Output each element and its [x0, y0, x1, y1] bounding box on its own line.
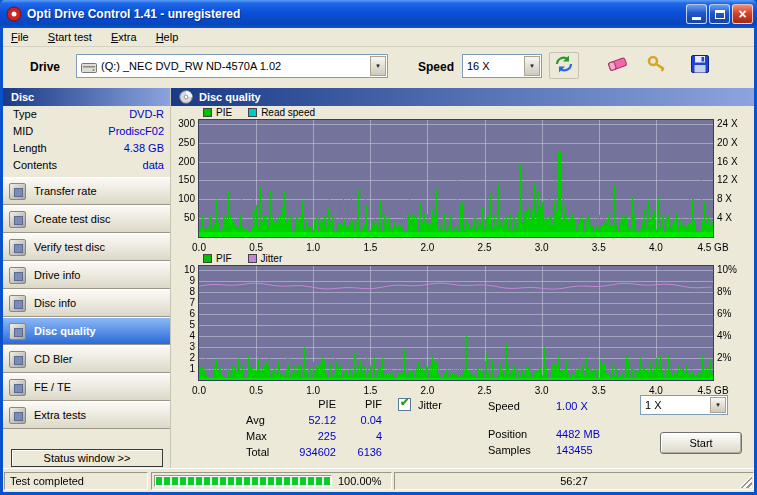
status-text: Test completed [10, 475, 84, 487]
sidebar-item-fe-te[interactable]: FE / TE [3, 373, 171, 401]
pie-legend-swatch [203, 108, 212, 117]
menu-bar: File Start test Extra Help [3, 28, 754, 47]
create-test-disc-icon [9, 211, 26, 228]
extra-tests-icon [9, 407, 26, 424]
jitter-checkbox-label: Jitter [418, 399, 442, 411]
max-pif-value: 4 [334, 430, 382, 442]
sidebar-item-label: Drive info [34, 269, 80, 281]
cd-bler-icon [9, 351, 26, 368]
disc-panel-title: Disc [11, 91, 34, 103]
disc-contents-label: Contents [13, 159, 57, 171]
transfer-rate-icon [9, 183, 26, 200]
menu-extra[interactable]: Extra [103, 28, 145, 45]
read-speed-legend-swatch [248, 108, 257, 117]
avg-label: Avg [246, 414, 265, 426]
max-label: Max [246, 430, 267, 442]
sidebar-item-disc-info[interactable]: Disc info [3, 289, 171, 317]
disc-info-icon [9, 295, 26, 312]
sidebar-item-drive-info[interactable]: Drive info [3, 261, 171, 289]
disc-type-label: Type [13, 108, 37, 120]
eraser-icon [606, 54, 630, 78]
drive-label: Drive [30, 60, 60, 74]
minimize-button[interactable] [686, 4, 707, 24]
close-button[interactable]: × [732, 4, 753, 24]
disc-length-value: 4.38 GB [64, 142, 164, 154]
license-button[interactable] [644, 52, 672, 79]
sidebar-item-cd-bler[interactable]: CD Bler [3, 345, 171, 373]
jitter-legend-label: Jitter [261, 253, 283, 264]
sidebar-item-extra-tests[interactable]: Extra tests [3, 401, 171, 429]
sidebar-item-label: Verify test disc [34, 241, 105, 253]
disc-type-value: DVD-R [64, 108, 164, 120]
menu-start-test[interactable]: Start test [40, 28, 100, 45]
sidebar-item-label: Transfer rate [34, 185, 97, 197]
speed-result-label: Speed [488, 400, 520, 412]
sidebar-divider [170, 88, 171, 470]
pif-column-header: PIF [334, 398, 382, 410]
pif-chart-legend: PIF Jitter [203, 253, 282, 264]
sidebar-item-disc-quality[interactable]: Disc quality [3, 317, 171, 345]
progress-bar-fill [156, 477, 330, 485]
drive-select[interactable]: (Q:) _NEC DVD_RW ND-4570A 1.02 ▼ [76, 54, 388, 78]
fe-te-icon [9, 379, 26, 396]
avg-pie-value: 52.12 [276, 414, 336, 426]
erase-disc-button[interactable] [604, 52, 632, 79]
progress-cell: 100.00% [151, 472, 392, 490]
start-button[interactable]: Start [660, 432, 742, 454]
save-disk-icon [690, 54, 710, 78]
sidebar-item-verify-test-disc[interactable]: Verify test disc [3, 233, 171, 261]
sidebar-item-transfer-rate[interactable]: Transfer rate [3, 177, 171, 205]
progress-percent: 100.00% [338, 475, 381, 487]
sidebar-item-label: CD Bler [34, 353, 73, 365]
samples-value: 143455 [556, 444, 593, 456]
drive-icon [81, 60, 97, 78]
sidebar-item-label: Disc quality [34, 325, 96, 337]
speed-select[interactable]: 16 X ▼ [462, 54, 542, 78]
refresh-button[interactable] [549, 52, 579, 79]
app-window: Opti Drive Control 1.41 - unregistered ×… [0, 0, 757, 495]
elapsed-time: 56:27 [560, 475, 588, 487]
verify-test-disc-icon [9, 239, 26, 256]
pif-legend-label: PIF [216, 253, 232, 264]
disc-quality-header: Disc quality [171, 88, 754, 106]
samples-label: Samples [488, 444, 531, 456]
status-window-button[interactable]: Status window >> [11, 449, 163, 467]
sidebar-item-create-test-disc[interactable]: Create test disc [3, 205, 171, 233]
status-bar: Test completed 100.00% 56:27 [3, 468, 754, 492]
disc-mid-label: MID [13, 125, 33, 137]
app-icon [6, 6, 22, 22]
jitter-legend-swatch [248, 254, 257, 263]
pie-column-header: PIE [276, 398, 336, 410]
pif-legend-swatch [203, 254, 212, 263]
status-cell: Test completed [4, 472, 148, 490]
progress-bar [154, 475, 332, 487]
maximize-button[interactable] [709, 4, 730, 24]
check-icon: ✔ [400, 396, 409, 409]
sidebar-item-label: FE / TE [34, 381, 71, 393]
jitter-checkbox[interactable]: ✔ [398, 398, 411, 411]
position-value: 4482 MB [556, 428, 600, 440]
drive-info-icon [9, 267, 26, 284]
window-title: Opti Drive Control 1.41 - unregistered [27, 7, 240, 21]
save-button[interactable] [686, 52, 714, 79]
drive-select-arrow-icon[interactable]: ▼ [370, 56, 386, 76]
test-speed-select[interactable]: 1 X ▼ [640, 395, 728, 415]
refresh-icon [553, 54, 575, 78]
keys-icon [646, 54, 670, 78]
resize-grip[interactable] [739, 475, 752, 488]
total-pif-value: 6136 [334, 446, 382, 458]
read-speed-legend-label: Read speed [261, 107, 315, 118]
test-speed-value: 1 X [645, 399, 662, 411]
test-speed-arrow-icon[interactable]: ▼ [710, 397, 726, 413]
disc-length-label: Length [13, 142, 47, 154]
menu-help[interactable]: Help [148, 28, 187, 45]
title-bar: Opti Drive Control 1.41 - unregistered × [0, 0, 757, 28]
speed-select-value: 16 X [467, 60, 490, 72]
speed-select-arrow-icon[interactable]: ▼ [524, 56, 540, 76]
menu-file[interactable]: File [3, 28, 37, 45]
sidebar-item-label: Extra tests [34, 409, 86, 421]
cd-icon [179, 90, 193, 104]
pie-legend-label: PIE [216, 107, 232, 118]
sidebar-item-label: Create test disc [34, 213, 110, 225]
disc-quality-icon [9, 323, 26, 340]
